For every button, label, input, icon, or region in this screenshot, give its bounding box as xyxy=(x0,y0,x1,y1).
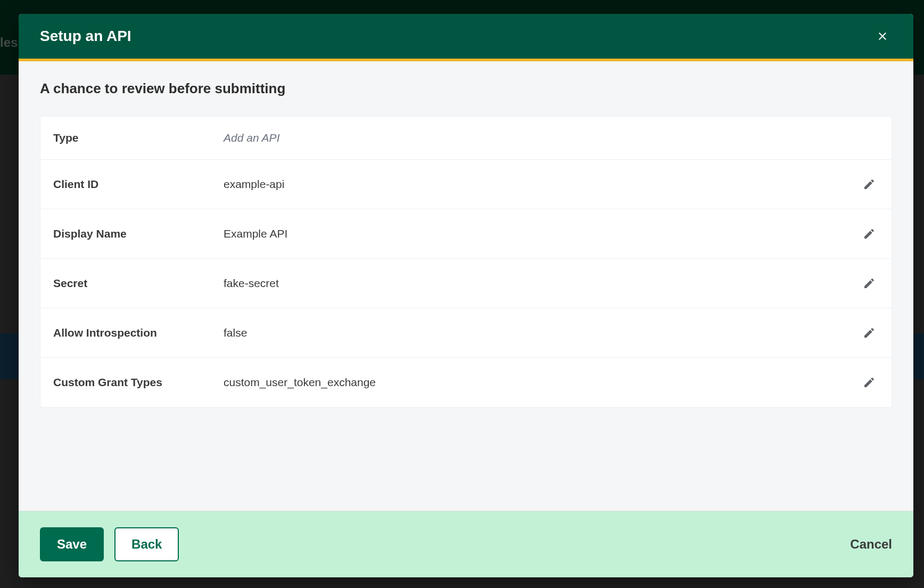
review-row-value: example-api xyxy=(224,178,860,191)
review-row-label: Display Name xyxy=(53,227,224,240)
review-row: TypeAdd an API xyxy=(40,117,892,160)
review-row: Secretfake-secret xyxy=(40,259,892,308)
review-row: Custom Grant Typescustom_user_token_exch… xyxy=(40,358,892,407)
review-row: Display NameExample API xyxy=(40,209,892,259)
modal-dialog: Setup an API A chance to review before s… xyxy=(19,14,913,577)
modal-body: A chance to review before submitting Typ… xyxy=(19,61,913,511)
review-row: Client IDexample-api xyxy=(40,160,892,209)
close-button[interactable] xyxy=(873,27,892,46)
review-row-value: Add an API xyxy=(224,132,879,144)
review-row-label: Allow Introspection xyxy=(53,326,224,339)
review-row-label: Client ID xyxy=(53,178,224,191)
pencil-icon xyxy=(863,277,876,290)
modal-footer: Save Back Cancel xyxy=(19,511,913,577)
edit-button[interactable] xyxy=(860,175,879,194)
back-button[interactable]: Back xyxy=(114,527,179,561)
close-icon xyxy=(876,30,889,43)
review-row-value: Example API xyxy=(224,227,860,240)
modal-title: Setup an API xyxy=(40,28,131,45)
cancel-button[interactable]: Cancel xyxy=(850,532,892,557)
review-row-label: Secret xyxy=(53,277,224,290)
save-button[interactable]: Save xyxy=(40,527,104,561)
pencil-icon xyxy=(863,376,876,389)
review-row: Allow Introspectionfalse xyxy=(40,308,892,358)
edit-button[interactable] xyxy=(860,373,879,392)
pencil-icon xyxy=(863,326,876,339)
review-subtitle: A chance to review before submitting xyxy=(40,80,892,97)
modal-header: Setup an API xyxy=(19,14,913,61)
review-row-value: custom_user_token_exchange xyxy=(224,376,860,389)
review-row-label: Custom Grant Types xyxy=(53,376,224,389)
review-row-value: fake-secret xyxy=(224,277,860,290)
edit-button[interactable] xyxy=(860,224,879,243)
review-row-value: false xyxy=(224,326,860,339)
review-row-label: Type xyxy=(53,132,224,144)
pencil-icon xyxy=(863,178,876,191)
pencil-icon xyxy=(863,227,876,240)
review-card: TypeAdd an APIClient IDexample-apiDispla… xyxy=(40,116,892,407)
edit-button[interactable] xyxy=(860,274,879,293)
edit-button[interactable] xyxy=(860,323,879,342)
